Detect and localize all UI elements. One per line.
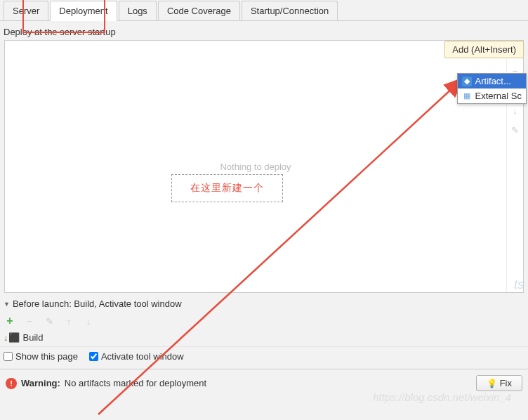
deploy-list-area: Nothing to deploy	[5, 41, 506, 292]
dropdown-external-label: External Sc	[475, 91, 522, 101]
dropdown-artifact-label: Artifact...	[475, 76, 511, 86]
empty-state-text: Nothing to deploy	[220, 162, 291, 172]
tab-deployment[interactable]: Deployment	[50, 1, 117, 21]
fix-button[interactable]: 💡 Fix	[476, 375, 522, 391]
task-up-button: ↑	[62, 315, 75, 327]
before-launch-label: Before launch: Build, Activate tool wind…	[13, 298, 182, 309]
external-source-icon: ▦	[462, 91, 472, 101]
activate-tool-window-input[interactable]	[89, 352, 98, 361]
task-down-button: ↓	[82, 315, 95, 327]
warning-message: ! Warning: No artifacts marked for deplo…	[6, 378, 206, 389]
activate-tool-window-checkbox[interactable]: Activate tool window	[89, 351, 184, 362]
fix-button-label: Fix	[500, 378, 512, 388]
tab-server[interactable]: Server	[4, 1, 48, 20]
artifact-icon: ◆	[462, 77, 472, 86]
task-row-build[interactable]: ↓⬛ Build	[0, 330, 528, 345]
dropdown-item-artifact[interactable]: ◆ Artifact...	[458, 74, 526, 88]
deploy-section-label: Deploy at the server startup	[0, 21, 528, 40]
warning-label: Warning:	[21, 378, 60, 388]
move-down-button: ↓	[509, 104, 522, 117]
warning-text: No artifacts marked for deployment	[65, 378, 206, 388]
add-tooltip: Add (Alt+Insert)	[444, 41, 524, 58]
warning-icon: !	[6, 378, 17, 389]
tab-code-coverage[interactable]: Code Coverage	[158, 1, 240, 20]
task-edit-button: ✎	[43, 315, 55, 327]
tab-logs[interactable]: Logs	[119, 1, 157, 20]
lightbulb-icon: 💡	[487, 379, 497, 388]
activate-tool-window-label: Activate tool window	[101, 351, 184, 362]
options-row: Show this page Activate tool window	[0, 346, 528, 366]
task-remove-button: −	[23, 315, 36, 327]
deploy-panel: Nothing to deploy + − ↑ ↓ ✎	[4, 40, 524, 293]
edit-button: ✎	[509, 124, 522, 136]
build-icon: ↓⬛	[4, 332, 20, 343]
show-this-page-input[interactable]	[4, 352, 13, 361]
expand-arrow-icon: ▼	[4, 301, 10, 308]
annotation-text-box: 在这里新建一个	[171, 174, 283, 202]
show-this-page-checkbox[interactable]: Show this page	[4, 351, 78, 362]
dropdown-item-external[interactable]: ▦ External Sc	[458, 88, 526, 103]
add-dropdown: ◆ Artifact... ▦ External Sc	[457, 73, 527, 104]
before-launch-section[interactable]: ▼ Before launch: Build, Activate tool wi…	[0, 293, 528, 312]
footer-bar: ! Warning: No artifacts marked for deplo…	[0, 369, 528, 397]
tab-bar: Server Deployment Logs Code Coverage Sta…	[0, 0, 528, 21]
build-task-label: Build	[23, 332, 44, 343]
before-launch-toolbar: + − ✎ ↑ ↓	[0, 312, 528, 330]
task-add-button[interactable]: +	[4, 315, 16, 327]
tab-startup-connection[interactable]: Startup/Connection	[242, 1, 338, 20]
show-this-page-label: Show this page	[15, 351, 78, 362]
